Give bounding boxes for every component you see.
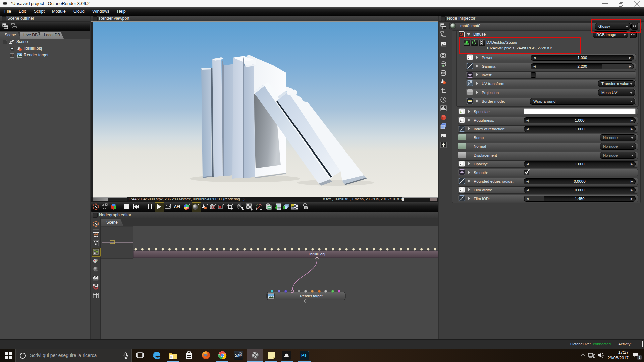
svg-text:libriiiiiii.obj: libriiiiiii.obj xyxy=(309,252,325,256)
svg-text:Render target: Render target xyxy=(300,294,322,298)
